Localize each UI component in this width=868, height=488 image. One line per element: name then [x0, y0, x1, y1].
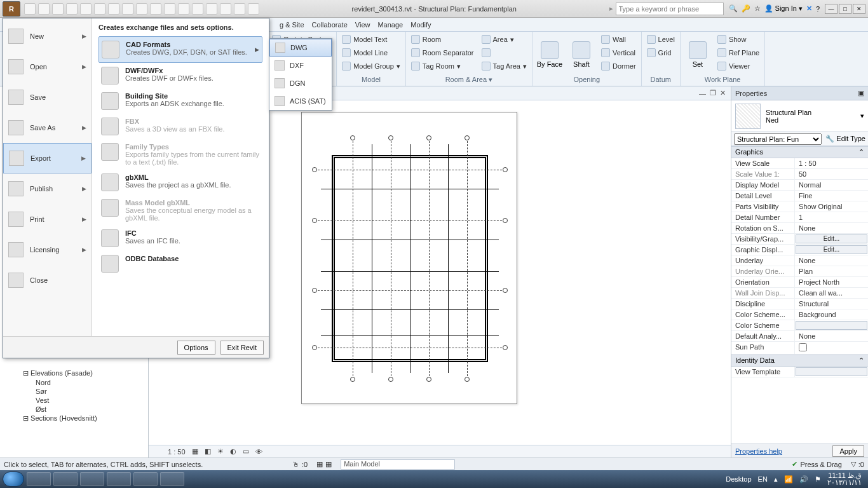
- shaft-button[interactable]: Shaft: [568, 33, 595, 76]
- close-button[interactable]: ✕: [853, 4, 865, 14]
- app-menu-new[interactable]: New▶: [3, 21, 92, 51]
- tree-node-sections[interactable]: ⊟ Sections (Hovedsnitt): [5, 414, 143, 423]
- detail-level-icon[interactable]: ▦: [192, 447, 198, 456]
- taskbar-revit-icon[interactable]: [133, 472, 158, 486]
- property-row[interactable]: Color Scheme: [731, 320, 868, 331]
- press-and-drag-toggle[interactable]: ✔ Press & Drag: [792, 460, 841, 468]
- application-button[interactable]: R: [3, 1, 20, 17]
- qat-icon[interactable]: [178, 3, 189, 15]
- worksets-icon[interactable]: ▦: [325, 460, 332, 468]
- property-row[interactable]: View Scale1 : 50: [731, 158, 868, 169]
- shadows-icon[interactable]: ◐: [230, 447, 236, 456]
- qat-open-icon[interactable]: [38, 3, 50, 15]
- property-row[interactable]: Detail LevelFine: [731, 191, 868, 201]
- taskbar-word-icon[interactable]: [160, 472, 184, 486]
- qat-icon[interactable]: [122, 3, 133, 15]
- hide-isolate-icon[interactable]: 👁: [255, 448, 262, 456]
- search-chevron-icon[interactable]: ▸: [609, 4, 613, 13]
- ref-plane-button[interactable]: Ref Plane: [716, 46, 761, 59]
- room-separator-button[interactable]: Room Separator: [410, 46, 475, 59]
- property-row[interactable]: Visibility/Grap...Edit...: [731, 234, 868, 245]
- property-row[interactable]: Sun Path: [731, 342, 868, 355]
- qat-icon[interactable]: [94, 3, 105, 15]
- sun-path-icon[interactable]: ☀: [217, 447, 224, 456]
- section-identity[interactable]: Identity Data⌃: [731, 355, 868, 367]
- tree-node[interactable]: Nord: [5, 378, 143, 387]
- ribbon-tab[interactable]: g & Site: [280, 21, 304, 29]
- app-menu-licensing[interactable]: Licensing▶: [3, 234, 92, 265]
- ribbon-tab[interactable]: Modify: [410, 21, 431, 29]
- qat-undo-icon[interactable]: [52, 3, 64, 15]
- export-cad-formats[interactable]: CAD FormatsCreates DWG, DXF, DGN, or SAT…: [98, 36, 262, 63]
- property-row[interactable]: Display ModelNormal: [731, 180, 868, 191]
- app-menu-print[interactable]: Print▶: [3, 204, 92, 234]
- view-minimize-icon[interactable]: —: [699, 90, 706, 97]
- section-graphics[interactable]: Graphics⌃: [731, 146, 868, 158]
- flyout-dgn[interactable]: DGN: [269, 74, 332, 92]
- qat-icon[interactable]: [108, 3, 119, 15]
- set-workplane-button[interactable]: Set: [684, 33, 711, 76]
- qat-icon[interactable]: [220, 3, 231, 15]
- property-row[interactable]: Parts VisibilityShow Original: [731, 201, 868, 212]
- app-menu-export[interactable]: Export▶: [3, 143, 92, 173]
- property-row[interactable]: Wall Join Disp...Clean all wa...: [731, 288, 868, 299]
- area-button[interactable]: Area ▾: [480, 33, 528, 46]
- property-row[interactable]: Default Analy...None: [731, 331, 868, 342]
- taskbar-firefox-icon[interactable]: [80, 472, 104, 486]
- ribbon-tab[interactable]: Collaborate: [312, 21, 348, 29]
- property-row[interactable]: Graphic Displ...Edit...: [731, 245, 868, 255]
- palette-close-icon[interactable]: ▣: [858, 89, 864, 97]
- show-wp-button[interactable]: Show: [716, 33, 761, 46]
- property-row[interactable]: DisciplineStructural: [731, 299, 868, 309]
- model-line-button[interactable]: Model Line: [341, 46, 402, 59]
- property-row[interactable]: UnderlayNone: [731, 255, 868, 266]
- system-clock[interactable]: 11:11 ق.ظ ٢٠١٣/١١/١١: [827, 472, 862, 486]
- property-row[interactable]: Scale Value 1:50: [731, 169, 868, 180]
- export-ifc[interactable]: IFCSaves an IFC file.: [98, 226, 262, 251]
- editable-only-icon[interactable]: ▦: [316, 460, 323, 468]
- network-icon[interactable]: 📶: [784, 475, 793, 484]
- view-close-icon[interactable]: ✕: [720, 89, 726, 97]
- export-gbxml[interactable]: gbXMLSaves the project as a gbXML file.: [98, 170, 262, 195]
- property-row[interactable]: View Template: [731, 367, 868, 377]
- exchange-icon[interactable]: ✕: [806, 4, 812, 13]
- property-row[interactable]: OrientationProject North: [731, 277, 868, 288]
- apply-button[interactable]: Apply: [832, 445, 864, 457]
- action-center-icon[interactable]: ⚑: [815, 475, 821, 484]
- family-selector[interactable]: Structural Plan: Fun: [734, 133, 822, 145]
- property-row[interactable]: Color Scheme...Background: [731, 309, 868, 320]
- infocenter-search-input[interactable]: [616, 3, 724, 15]
- qat-save-icon[interactable]: [24, 3, 36, 15]
- vertical-button[interactable]: Vertical: [600, 46, 637, 59]
- status-selection-count[interactable]: 🖱 :0: [292, 461, 308, 468]
- flyout-dwg[interactable]: DWG: [269, 39, 332, 57]
- qat-icon[interactable]: [164, 3, 175, 15]
- tray-icon[interactable]: ▴: [774, 475, 778, 484]
- tree-node[interactable]: Vest: [5, 396, 143, 405]
- viewer-button[interactable]: Viewer: [716, 60, 761, 72]
- export-dwf-dwfx[interactable]: DWF/DWFxCreates DWF or DWFx files.: [98, 63, 262, 88]
- tag-room-button[interactable]: Tag Room ▾: [410, 60, 475, 72]
- properties-help-link[interactable]: Properties help: [735, 447, 782, 455]
- maximize-button[interactable]: □: [839, 4, 851, 14]
- app-menu-close[interactable]: Close: [3, 265, 92, 295]
- property-row[interactable]: Detail Number1: [731, 212, 868, 223]
- property-row[interactable]: Rotation on S...None: [731, 223, 868, 234]
- minimize-button[interactable]: —: [825, 4, 837, 14]
- model-text-button[interactable]: Model Text: [341, 33, 402, 46]
- tree-node[interactable]: Øst: [5, 405, 143, 414]
- volume-icon[interactable]: 🔊: [799, 475, 808, 484]
- signin-button[interactable]: 👤 Sign In ▾: [764, 4, 803, 13]
- export-odbc-database[interactable]: ODBC Database: [98, 251, 262, 276]
- star-icon[interactable]: ☆: [754, 4, 761, 13]
- app-menu-open[interactable]: Open▶: [3, 51, 92, 82]
- ribbon-tab[interactable]: View: [355, 21, 370, 29]
- flyout-dxf[interactable]: DXF: [269, 57, 332, 74]
- properties-title[interactable]: Properties▣: [731, 86, 868, 100]
- qat-icon[interactable]: [136, 3, 147, 15]
- wall-opening-button[interactable]: Wall: [600, 33, 637, 46]
- qat-icon[interactable]: [248, 3, 259, 15]
- show-desktop-button[interactable]: Desktop: [726, 475, 751, 483]
- model-group-button[interactable]: Model Group ▾: [341, 60, 402, 72]
- dormer-button[interactable]: Dormer: [600, 60, 637, 72]
